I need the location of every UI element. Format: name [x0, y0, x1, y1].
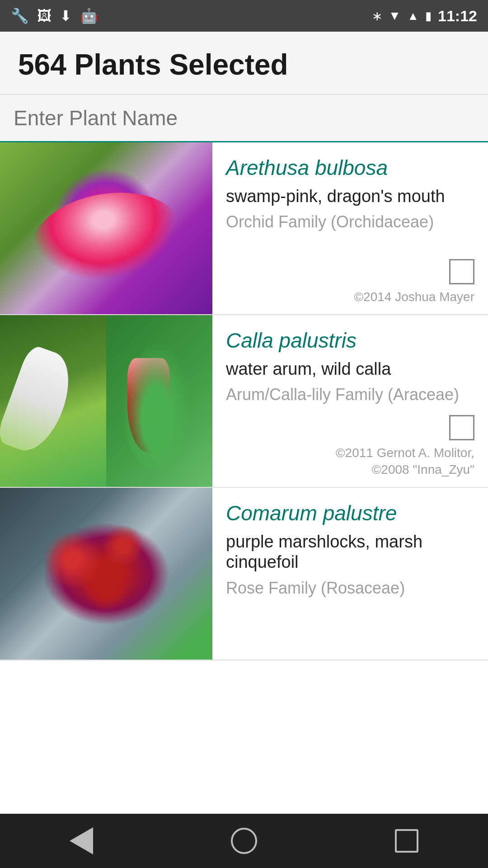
plant-family: Orchid Family (Orchidaceae)	[226, 212, 474, 231]
image-icon: 🖼	[37, 8, 52, 24]
nav-recents-button[interactable]	[384, 823, 429, 859]
plant-family: Rose Family (Rosaceae)	[226, 578, 474, 598]
bluetooth-icon: ∗	[372, 9, 382, 24]
wifi-icon: ▼	[389, 9, 401, 23]
nav-back-button[interactable]	[59, 823, 104, 859]
plant-info: Calla palustris water arum, wild calla A…	[212, 315, 488, 487]
list-item: Calla palustris water arum, wild calla A…	[0, 315, 488, 488]
plant-image-left	[0, 315, 106, 487]
plant-common-name: swamp-pink, dragon's mouth	[226, 186, 474, 207]
plant-image	[0, 142, 212, 314]
status-icons-left: 🔧 🖼 ⬇ 🤖	[11, 7, 98, 24]
battery-icon: ▮	[425, 9, 432, 23]
recents-icon	[395, 829, 418, 853]
plant-copyright: ©2011 Gernot A. Molitor, ©2008 "Inna_Zyu…	[336, 445, 474, 478]
plant-image-container[interactable]	[0, 488, 212, 660]
plant-image-right	[106, 315, 212, 487]
nav-bar	[0, 814, 488, 868]
plant-checkbox[interactable]	[449, 259, 474, 284]
search-container[interactable]	[0, 95, 488, 142]
plant-copyright: ©2014 Joshua Mayer	[354, 289, 474, 305]
wrench-icon: 🔧	[11, 7, 29, 24]
copyright-line2: ©2008 "Inna_Zyu"	[372, 462, 474, 476]
status-time: 11:12	[438, 7, 477, 25]
plant-list: Arethusa bulbosa swamp-pink, dragon's mo…	[0, 142, 488, 814]
signal-icon: ▲	[407, 9, 419, 23]
search-input[interactable]	[9, 95, 479, 141]
header: 564 Plants Selected	[0, 32, 488, 95]
list-item: Comarum palustre purple marshlocks, mars…	[0, 488, 488, 660]
plant-image-container[interactable]	[0, 142, 212, 314]
plant-checkbox[interactable]	[449, 415, 474, 440]
nav-home-button[interactable]	[221, 823, 267, 859]
android-icon: 🤖	[80, 7, 98, 24]
plant-common-name: purple marshlocks, marsh cinquefoil	[226, 532, 474, 573]
copyright-line1: ©2011 Gernot A. Molitor,	[336, 446, 474, 460]
download-icon: ⬇	[60, 7, 72, 24]
status-bar: 🔧 🖼 ⬇ 🤖 ∗ ▼ ▲ ▮ 11:12	[0, 0, 488, 32]
plant-image	[0, 488, 212, 660]
plant-scientific-name: Comarum palustre	[226, 501, 474, 525]
plant-info: Comarum palustre purple marshlocks, mars…	[212, 488, 488, 660]
plant-scientific-name: Arethusa bulbosa	[226, 156, 474, 180]
plant-info: Arethusa bulbosa swamp-pink, dragon's mo…	[212, 142, 488, 314]
list-item: Arethusa bulbosa swamp-pink, dragon's mo…	[0, 142, 488, 315]
plant-image-container[interactable]	[0, 315, 212, 487]
plant-scientific-name: Calla palustris	[226, 329, 474, 353]
plant-common-name: water arum, wild calla	[226, 359, 474, 380]
home-icon	[231, 828, 257, 854]
back-icon	[70, 827, 93, 854]
page-title: 564 Plants Selected	[18, 48, 470, 81]
plant-family: Arum/Calla-lily Family (Araceae)	[226, 385, 474, 404]
status-icons-right: ∗ ▼ ▲ ▮ 11:12	[372, 7, 477, 25]
